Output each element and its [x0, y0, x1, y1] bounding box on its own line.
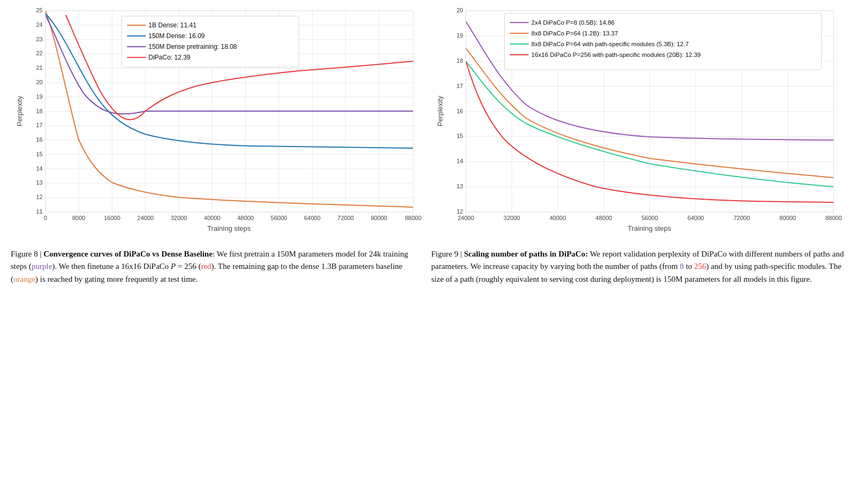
svg-text:20: 20	[36, 79, 42, 85]
chart1-xlabel: Training steps	[207, 224, 251, 232]
svg-text:11: 11	[36, 208, 42, 215]
svg-text:24000: 24000	[137, 215, 154, 221]
svg-text:16000: 16000	[104, 215, 121, 221]
svg-text:56000: 56000	[271, 215, 287, 221]
svg-text:8x8 DiPaCo P=64 (1.2B): 13.37: 8x8 DiPaCo P=64 (1.2B): 13.37	[532, 30, 618, 36]
caption1-text4: ) is reached by gating more frequently a…	[35, 275, 198, 283]
svg-text:22: 22	[36, 50, 42, 56]
svg-text:72000: 72000	[337, 215, 354, 221]
captions-row: Figure 8 | Convergence curves of DiPaCo …	[11, 248, 846, 286]
svg-text:88000: 88000	[825, 215, 842, 221]
svg-text:32000: 32000	[171, 215, 187, 221]
caption2-boldtext: Scaling number of paths in DiPaCo:	[464, 250, 588, 258]
chart2-ylabel: Perplexity	[436, 96, 444, 127]
caption1-figlabel: Figure 8 |	[11, 250, 43, 258]
svg-text:17: 17	[36, 122, 42, 128]
svg-text:40000: 40000	[204, 215, 221, 221]
svg-text:40000: 40000	[550, 215, 567, 221]
svg-text:48000: 48000	[237, 215, 254, 221]
chart1-svg: Perplexity 11 12 13 14 15 16 17 18 19 20…	[11, 5, 426, 236]
svg-text:23: 23	[36, 36, 42, 42]
svg-text:64000: 64000	[687, 215, 704, 221]
svg-text:15: 15	[36, 151, 42, 157]
svg-text:88000: 88000	[405, 215, 422, 221]
svg-text:13: 13	[36, 179, 42, 186]
svg-text:64000: 64000	[304, 215, 321, 221]
svg-text:80000: 80000	[371, 215, 387, 221]
caption1-boldtext: Convergence curves of DiPaCo vs Dense Ba…	[43, 250, 213, 258]
chart2-container: Perplexity 12 13 14 15 16 17 18 19 20 24…	[431, 5, 846, 238]
svg-text:8000: 8000	[72, 215, 85, 221]
svg-text:1B Dense: 11.41: 1B Dense: 11.41	[149, 21, 197, 29]
svg-text:24000: 24000	[457, 215, 474, 221]
svg-text:2x4 DiPaCo P=8 (0.5B): 14.86: 2x4 DiPaCo P=8 (0.5B): 14.86	[532, 19, 615, 26]
svg-text:20: 20	[456, 7, 463, 13]
caption1: Figure 8 | Convergence curves of DiPaCo …	[11, 248, 426, 286]
svg-text:24: 24	[36, 21, 42, 28]
svg-text:8x8 DiPaCo P=64 with path-spec: 8x8 DiPaCo P=64 with path-specific modul…	[532, 41, 689, 47]
svg-text:16: 16	[36, 136, 42, 143]
svg-text:18: 18	[36, 108, 42, 114]
caption2-red: 256	[694, 262, 707, 271]
svg-text:150M Dense: 16.09: 150M Dense: 16.09	[149, 32, 205, 40]
charts-row: Perplexity 11 12 13 14 15 16 17 18 19 20…	[11, 5, 846, 238]
svg-text:12: 12	[36, 194, 42, 200]
svg-text:80000: 80000	[780, 215, 796, 221]
caption1-purple: purple	[32, 262, 52, 271]
svg-text:72000: 72000	[733, 215, 750, 221]
svg-text:21: 21	[36, 64, 42, 71]
caption1-orange: orange	[13, 275, 35, 283]
svg-text:15: 15	[456, 133, 463, 139]
svg-text:56000: 56000	[642, 215, 658, 221]
caption1-text2: ). We then finetune a 16x16 DiPaCo P = 2…	[52, 262, 201, 271]
caption2-figlabel: Figure 9 |	[431, 250, 464, 258]
chart1-container: Perplexity 11 12 13 14 15 16 17 18 19 20…	[11, 5, 426, 238]
svg-text:0: 0	[43, 215, 47, 221]
svg-text:25: 25	[36, 7, 42, 13]
caption2: Figure 9 | Scaling number of paths in Di…	[431, 248, 846, 286]
svg-text:12: 12	[456, 208, 463, 215]
chart2-xlabel: Training steps	[628, 224, 672, 232]
svg-text:18: 18	[456, 57, 463, 64]
svg-text:16x16 DiPaCo P=256 with path-s: 16x16 DiPaCo P=256 with path-specific mo…	[532, 52, 701, 58]
svg-text:DiPaCo: 12.39: DiPaCo: 12.39	[149, 54, 191, 61]
chart2-svg: Perplexity 12 13 14 15 16 17 18 19 20 24…	[431, 5, 846, 236]
caption1-red: red	[201, 262, 211, 271]
svg-text:150M Dense pretraining: 18.08: 150M Dense pretraining: 18.08	[149, 43, 237, 50]
svg-text:14: 14	[456, 158, 463, 164]
svg-text:48000: 48000	[595, 215, 612, 221]
svg-text:19: 19	[36, 93, 42, 100]
svg-text:14: 14	[36, 165, 42, 172]
caption2-text2: to	[684, 262, 694, 271]
chart1-ylabel: Perplexity	[16, 96, 24, 127]
svg-text:16: 16	[456, 108, 463, 114]
svg-text:13: 13	[456, 183, 463, 189]
svg-text:32000: 32000	[504, 215, 520, 221]
svg-text:19: 19	[456, 32, 463, 39]
svg-text:17: 17	[456, 83, 463, 89]
